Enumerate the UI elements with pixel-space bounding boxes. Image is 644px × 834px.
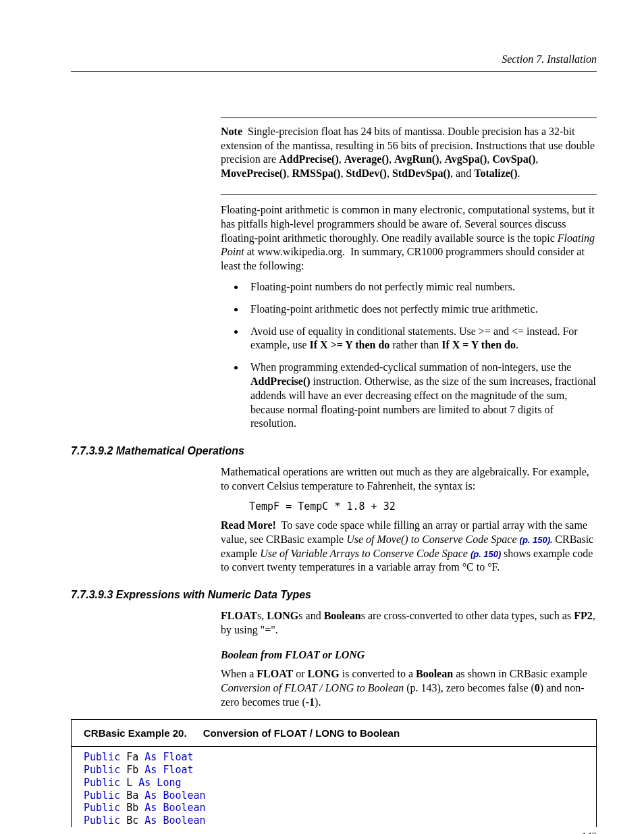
code-line: Public Fb As Float	[84, 764, 584, 777]
note-box: Note Single-precision float has 24 bits …	[221, 118, 597, 195]
boolean-para: When a FLOAT or LONG is converted to a B…	[221, 667, 597, 709]
page: Section 7. Installation Note Single-prec…	[0, 0, 644, 834]
intro-para: Floating-point arithmetic is common in m…	[221, 203, 597, 273]
math-ops-para: Mathematical operations are written out …	[221, 465, 597, 494]
read-more-para: Read More! To save code space while fill…	[221, 519, 597, 575]
list-item: Floating-point arithmetic does not perfe…	[245, 303, 597, 317]
example-code-block: Public Fa As Float Public Fb As Float Pu…	[72, 747, 596, 827]
code-line: Public Bc As Boolean	[84, 814, 584, 827]
example-label: CRBasic Example 20.	[84, 727, 187, 739]
code-line: Public Bb As Boolean	[84, 802, 584, 814]
bullet-list: Floating-point numbers do not perfectly …	[229, 280, 597, 431]
body-column: FLOATs, LONGs and Booleans are cross-con…	[221, 609, 597, 710]
running-header: Section 7. Installation	[71, 53, 597, 72]
expr-para: FLOATs, LONGs and Booleans are cross-con…	[221, 609, 597, 637]
body-column: Note Single-precision float has 24 bits …	[221, 118, 597, 431]
example-title-bar: CRBasic Example 20. Conversion of FLOAT …	[72, 720, 596, 748]
list-item: Floating-point numbers do not perfectly …	[245, 280, 597, 294]
code-sample: TempF = TempC * 1.8 + 32	[249, 500, 597, 514]
section-heading-expressions: 7.7.3.9.3 Expressions with Numeric Data …	[71, 588, 597, 602]
code-line: Public Ba As Boolean	[84, 789, 584, 802]
note-text: Note Single-precision float has 24 bits …	[221, 125, 597, 181]
page-ref-link[interactable]: (p. 150)	[471, 549, 504, 559]
code-line: Public L As Long	[84, 777, 584, 789]
page-number: 143	[582, 830, 597, 834]
list-item: Avoid use of equality in conditional sta…	[245, 325, 597, 353]
code-line: Public Fa As Float	[84, 751, 584, 764]
example-title-text: Conversion of FLOAT / LONG to Boolean	[203, 727, 400, 739]
subheading-boolean: Boolean from FLOAT or LONG	[221, 648, 597, 662]
section-heading-math-ops: 7.7.3.9.2 Mathematical Operations	[71, 444, 597, 459]
list-item: When programming extended-cyclical summa…	[245, 361, 597, 431]
page-ref-link[interactable]: (p. 150).	[520, 535, 556, 545]
crbasic-example-box: CRBasic Example 20. Conversion of FLOAT …	[71, 719, 597, 827]
body-column: Mathematical operations are written out …	[221, 465, 597, 575]
